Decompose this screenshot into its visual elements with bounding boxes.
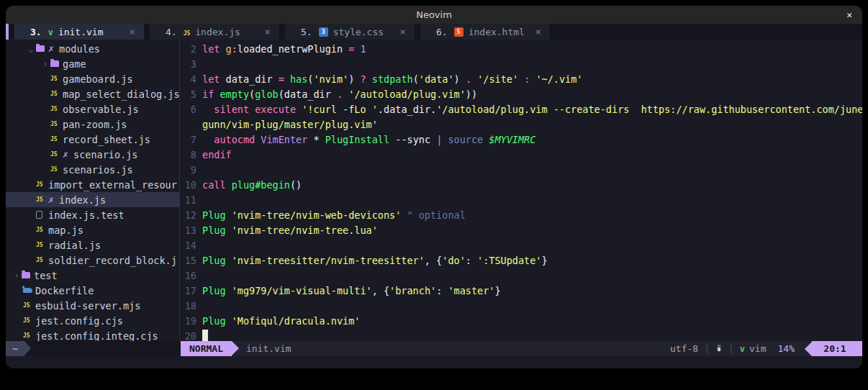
line-number: 18 xyxy=(180,300,196,312)
tree-item-label: Dockerfile xyxy=(35,285,94,296)
code-line[interactable]: 4let data_dir = has('nvim') ? stdpath('d… xyxy=(180,71,862,86)
git-status-icon: ✗ xyxy=(48,194,59,205)
tree-item-label: pan-zoom.js xyxy=(63,119,127,130)
code-line[interactable]: 19Plug 'Mofiqul/dracula.nvim' xyxy=(180,313,862,328)
code-line[interactable]: 10call plug#begin() xyxy=(180,177,862,192)
tree-item-observable-js[interactable]: observable.js xyxy=(6,101,179,117)
tree-item-record-sheet-js[interactable]: record_sheet.js xyxy=(6,132,179,147)
folder-open-icon xyxy=(36,45,48,52)
chevron-right-icon[interactable] xyxy=(40,59,50,69)
tree-item-label: soldier_record_block.j xyxy=(48,255,177,266)
tab-close-icon[interactable]: × xyxy=(535,26,541,37)
code-line[interactable]: 17Plug 'mg979/vim-visual-multi', {'branc… xyxy=(180,283,862,298)
line-number: 20 xyxy=(180,330,196,342)
tree-item-scenario-js[interactable]: ✗ scenario.js xyxy=(6,147,179,162)
tree-item-map-select-dialog-js[interactable]: map_select_dialog.js xyxy=(6,86,179,101)
code-line[interactable]: 13Plug 'nvim-tree/nvim-tree.lua' xyxy=(180,222,862,237)
tree-item-esbuild-server-mjs[interactable]: esbuild-server.mjs xyxy=(6,298,179,313)
code-line-wrap[interactable]: gunn/vim-plug/master/plug.vim' xyxy=(180,117,862,132)
tree-item-jest-config-integ-cjs[interactable]: jest.config.integ.cjs xyxy=(6,328,179,341)
tab-close-icon[interactable]: × xyxy=(400,26,406,37)
tree-item-jest-config-cjs[interactable]: jest.config.cjs xyxy=(6,313,179,328)
code-line[interactable]: 16 xyxy=(180,268,862,283)
line-number: 15 xyxy=(180,255,196,266)
cursor-position: 20:1 xyxy=(812,341,862,356)
encoding-label: utf-8 xyxy=(670,341,698,356)
code-line[interactable]: 11 xyxy=(180,192,862,207)
code-line[interactable]: 15Plug 'nvim-treesitter/nvim-treesitter'… xyxy=(180,253,862,268)
tree-item-import-external-resour[interactable]: import_external_resour xyxy=(6,177,179,192)
separator-icon: ⟨ xyxy=(704,343,710,354)
code-line[interactable]: 6 silent execute '!curl -fLo '.data_dir.… xyxy=(180,101,862,117)
javascript-file-icon xyxy=(23,317,35,324)
tree-item-label: test xyxy=(34,270,58,281)
line-number: 4 xyxy=(180,73,196,85)
statusline-right: utf-8 ⟨ ⟨ vim 14% 20:1 xyxy=(670,341,862,356)
command-line[interactable] xyxy=(6,356,862,368)
tree-item-label: map.js xyxy=(48,225,83,236)
statusline-filename: init.vim xyxy=(246,341,291,356)
tree-item-index-js-test[interactable]: index.js.test xyxy=(6,207,179,222)
tree-item-radial-js[interactable]: radial.js xyxy=(6,237,179,253)
tree-item-label: modules xyxy=(59,43,100,55)
tree-status-segment: ~ xyxy=(6,341,24,356)
tree-item-label: game xyxy=(63,58,86,70)
code-line[interactable]: 18 xyxy=(180,298,862,313)
javascript-file-icon xyxy=(36,196,48,203)
editor-buffer[interactable]: 2let g:loaded_netrwPlugin = 1 3 4let dat… xyxy=(180,40,862,341)
tab-label: index.html xyxy=(469,27,525,37)
javascript-file-icon xyxy=(50,76,63,82)
tree-item-pan-zoom-js[interactable]: pan-zoom.js xyxy=(6,117,179,132)
file-tree[interactable]: ✗ modules game gameboard.js map_select_d… xyxy=(6,40,180,341)
line-number: 16 xyxy=(180,270,196,281)
tree-item-index-js[interactable]: ✗ index.js xyxy=(6,192,179,207)
tabline-accent-bar xyxy=(6,24,9,40)
filetype-label: vim xyxy=(749,341,766,356)
tab-index-html[interactable]: 6. index.html × xyxy=(420,24,550,40)
window-close-icon[interactable]: ✕ xyxy=(846,6,852,24)
tab-number: 6. xyxy=(436,27,448,37)
javascript-file-icon xyxy=(36,181,48,188)
line-number: 7 xyxy=(180,134,196,145)
line-number: 5 xyxy=(180,89,196,100)
tree-item-modules[interactable]: ✗ modules xyxy=(6,41,179,56)
content-area: ✗ modules game gameboard.js map_select_d… xyxy=(6,40,862,341)
tree-item-test[interactable]: test xyxy=(6,268,179,283)
tree-item-label: index.js.test xyxy=(48,209,125,221)
line-number: 17 xyxy=(180,285,196,296)
chevron-down-icon[interactable] xyxy=(26,44,36,54)
code-line[interactable]: 8endif xyxy=(180,147,862,162)
docker-whale-icon xyxy=(23,288,35,293)
git-status-icon: ✗ xyxy=(48,43,59,54)
code-line[interactable]: 9 xyxy=(180,162,862,177)
line-number: 10 xyxy=(180,179,196,191)
tree-item-scenarios-js[interactable]: scenarios.js xyxy=(6,162,179,177)
code-line[interactable]: 14 xyxy=(180,237,862,253)
tree-item-label: map_select_dialog.js xyxy=(63,89,180,100)
chevron-right-icon[interactable] xyxy=(12,271,22,281)
tab-init-vim[interactable]: 3. init.vim × xyxy=(14,24,144,40)
code-line[interactable]: 5if empty(glob(data_dir . '/autoload/plu… xyxy=(180,86,862,101)
line-number: 14 xyxy=(180,240,196,251)
tree-item-gameboard-js[interactable]: gameboard.js xyxy=(6,71,179,86)
tab-index-js[interactable]: 4. index.js × xyxy=(150,24,279,40)
code-line[interactable]: 2let g:loaded_netrwPlugin = 1 xyxy=(180,41,862,56)
os-penguin-icon xyxy=(715,343,723,354)
mode-indicator: NORMAL xyxy=(181,341,232,356)
tree-item-dockerfile[interactable]: Dockerfile xyxy=(6,283,179,298)
code-line[interactable]: 3 xyxy=(180,56,862,71)
tree-item-label: scenario.js xyxy=(73,149,137,160)
tree-item-map-js[interactable]: map.js xyxy=(6,222,179,237)
tab-close-icon[interactable]: × xyxy=(265,26,271,37)
code-line[interactable]: 7 autocmd VimEnter * PlugInstall --sync … xyxy=(180,132,862,147)
javascript-file-icon xyxy=(23,302,35,309)
tree-item-soldier-record-block[interactable]: soldier_record_block.j xyxy=(6,253,179,268)
line-number: 8 xyxy=(180,149,196,160)
tree-item-game[interactable]: game xyxy=(6,56,179,71)
block-cursor xyxy=(202,330,208,341)
code-line-cursor[interactable]: 20 xyxy=(180,328,862,341)
tab-style-css[interactable]: 5. style.css × xyxy=(285,24,415,40)
tab-close-icon[interactable]: × xyxy=(130,26,135,37)
code-line[interactable]: 12Plug 'nvim-tree/nvim-web-devicons' " o… xyxy=(180,207,862,222)
javascript-file-icon xyxy=(36,257,48,263)
